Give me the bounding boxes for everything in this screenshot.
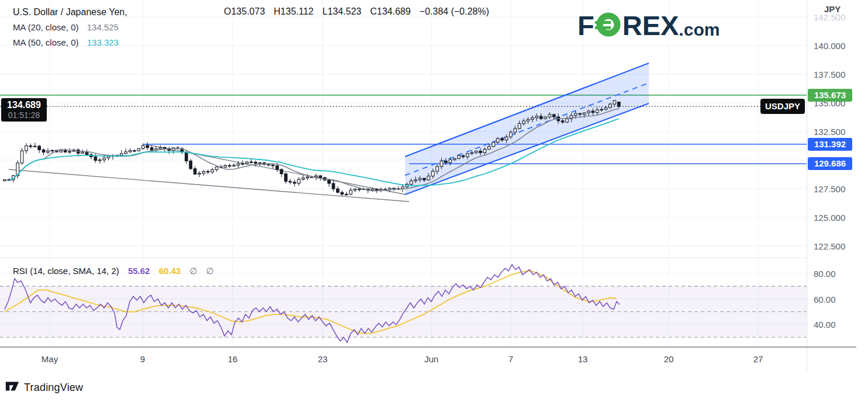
tradingview-label: TradingView <box>24 382 83 394</box>
forex-logo-f: F <box>577 9 594 41</box>
time-tick-23: 23 <box>318 354 328 364</box>
price-tick-140.000: 140.000 <box>814 41 845 51</box>
ma50-label: MA (50, close, 0) <box>13 37 79 47</box>
price-tick-142.500: 142.500 <box>814 12 845 22</box>
ma50-legend[interactable]: MA (50, close, 0) 133.323 <box>13 35 127 50</box>
rsi-empty-marker-2: ∅ <box>206 266 214 276</box>
price-tick-122.500: 122.500 <box>814 241 845 251</box>
rsi-label: RSI (14, close, SMA, 14, 2) <box>13 266 119 276</box>
ohlc-readout: O135.073H135.112L134.523C134.689−0.384 (… <box>224 6 498 17</box>
current-price: 134.689 <box>1 99 47 110</box>
symbol-legend[interactable]: U.S. Dollar / Japanese Yen, MA (20, clos… <box>13 5 127 50</box>
tradingview-chart-window: U.S. Dollar / Japanese Yen, MA (20, clos… <box>0 0 868 402</box>
ma50-value: 133.323 <box>87 37 119 47</box>
price-level-badge-135.673: 135.673 <box>808 89 852 102</box>
bar-countdown: 01:51:28 <box>1 110 47 120</box>
ohlc-low: L134.523 <box>322 6 361 16</box>
ohlc-open: O135.073 <box>224 6 265 16</box>
chart-canvas[interactable] <box>0 0 868 402</box>
ma20-label: MA (20, close, 0) <box>13 22 79 32</box>
price-axis[interactable]: 142.500140.000137.500135.000132.500130.0… <box>807 0 868 371</box>
rsi-tick-40.00: 40.00 <box>814 320 836 330</box>
time-tick-27: 27 <box>753 354 763 364</box>
rsi-empty-marker-1: ∅ <box>189 266 197 276</box>
forex-com-logo: FREX.com <box>577 9 720 41</box>
time-tick-9: 9 <box>140 354 145 364</box>
time-tick-16: 16 <box>228 354 238 364</box>
symbol-title: U.S. Dollar / Japanese Yen, <box>13 5 127 20</box>
ohlc-high: H135.112 <box>274 6 313 16</box>
price-level-badge-129.686: 129.686 <box>808 157 852 170</box>
price-level-badge-131.392: 131.392 <box>808 138 852 151</box>
rsi-sma-value: 60.43 <box>159 266 181 276</box>
time-tick-20: 20 <box>664 354 674 364</box>
rsi-legend[interactable]: RSI (14, close, SMA, 14, 2) 55.62 60.43 … <box>13 266 220 276</box>
time-tick-May: May <box>42 354 58 364</box>
rsi-tick-60.00: 60.00 <box>814 294 836 304</box>
price-tick-127.500: 127.500 <box>814 184 845 194</box>
forex-logo-com: .com <box>679 20 720 41</box>
tradingview-attribution[interactable]: TradingView <box>5 379 83 396</box>
time-tick-Jun: Jun <box>424 354 438 364</box>
ohlc-close: C134.689 <box>370 6 410 16</box>
symbol-price-tag: USDJPY <box>760 99 805 114</box>
tradingview-icon <box>5 379 20 396</box>
forex-logo-rex: REX <box>623 9 679 41</box>
ma20-legend[interactable]: MA (20, close, 0) 134.525 <box>13 20 127 35</box>
time-axis[interactable]: May91623Jun7132027 <box>0 348 807 370</box>
rsi-value: 55.62 <box>128 266 150 276</box>
ma20-value: 134.525 <box>87 22 119 32</box>
time-tick-13: 13 <box>578 354 588 364</box>
price-tick-132.500: 132.500 <box>814 127 845 137</box>
forex-o-icon <box>595 12 622 39</box>
price-tick-125.000: 125.000 <box>814 213 845 223</box>
price-tick-137.500: 137.500 <box>814 70 845 79</box>
current-price-badge: 134.689 01:51:28 <box>1 98 47 122</box>
ohlc-change: −0.384 (−0.28%) <box>420 6 489 16</box>
time-tick-7: 7 <box>509 354 513 364</box>
rsi-tick-80.00: 80.00 <box>814 269 836 279</box>
